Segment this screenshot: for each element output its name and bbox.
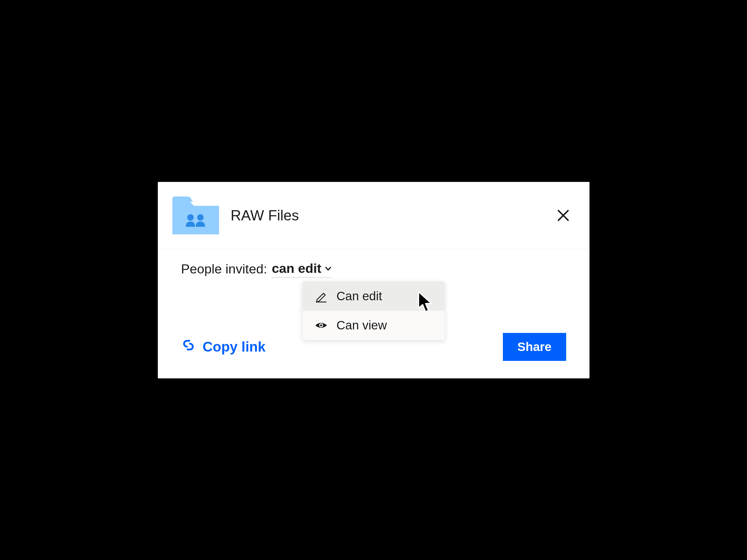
shared-folder-icon (172, 196, 219, 234)
link-icon (181, 338, 196, 356)
permission-selected-text: can edit (272, 261, 321, 276)
svg-point-0 (187, 214, 194, 221)
chevron-down-icon (324, 265, 332, 272)
dialog-title: RAW Files (231, 207, 555, 224)
permission-option-label: Can view (337, 318, 387, 332)
permission-dropdown-menu: Can edit Can view (303, 281, 445, 340)
pencil-icon (314, 290, 328, 303)
eye-icon (314, 319, 328, 332)
close-button[interactable] (555, 207, 572, 224)
permission-dropdown-trigger[interactable]: can edit (272, 261, 332, 277)
share-dialog: RAW Files People invited: can edit (158, 182, 590, 378)
svg-point-1 (197, 214, 204, 221)
permission-option-can-edit[interactable]: Can edit (303, 282, 444, 311)
copy-link-button[interactable]: Copy link (181, 338, 266, 356)
share-button[interactable]: Share (503, 333, 566, 361)
dialog-header: RAW Files (158, 182, 590, 249)
close-icon (557, 209, 570, 222)
copy-link-label: Copy link (203, 339, 266, 355)
permission-option-label: Can edit (337, 289, 382, 303)
svg-point-6 (320, 324, 322, 326)
invite-row: People invited: can edit (181, 261, 566, 277)
dialog-body: People invited: can edit Can edit (158, 249, 590, 378)
permission-option-can-view[interactable]: Can view (303, 311, 444, 340)
invite-label: People invited: (181, 262, 267, 277)
